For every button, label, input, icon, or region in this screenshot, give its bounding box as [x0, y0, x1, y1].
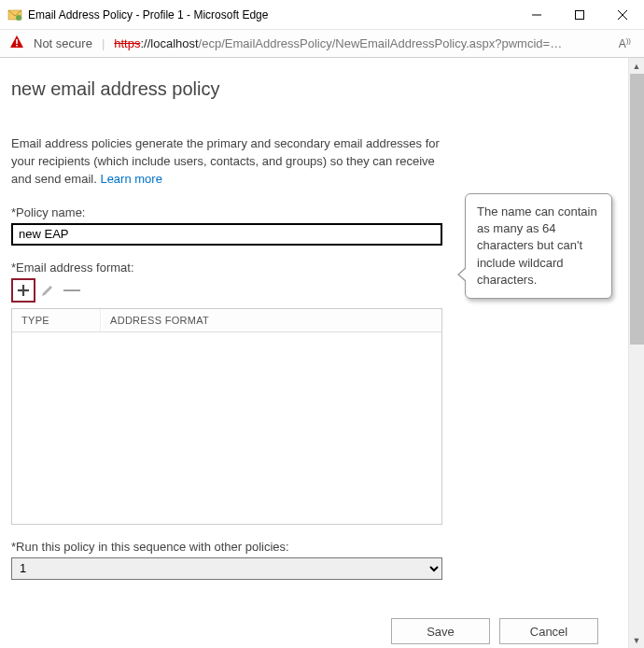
sequence-label: *Run this policy in this sequence with o…	[11, 540, 613, 554]
page-title: new email address policy	[11, 78, 613, 100]
security-warning-icon[interactable]	[9, 35, 24, 52]
email-format-section: *Email address format: — TYPE ADDRESS FO…	[11, 261, 613, 525]
policy-name-input[interactable]	[11, 223, 442, 246]
learn-more-link[interactable]: Learn more	[100, 172, 161, 186]
address-bar: Not secure | https://localhost/ecp/Email…	[0, 30, 644, 58]
window-title: Email Address Policy - Profile 1 - Micro…	[28, 8, 515, 21]
window-titlebar: Email Address Policy - Profile 1 - Micro…	[0, 0, 644, 30]
edit-button[interactable]	[35, 278, 60, 303]
policy-name-tooltip: The name can contain as many as 64 chara…	[465, 193, 612, 299]
page-content: new email address policy Email address p…	[0, 58, 628, 648]
url-display[interactable]: https://localhost/ecp/EmailAddressPolicy…	[114, 36, 605, 50]
column-type[interactable]: TYPE	[12, 309, 101, 331]
svg-rect-7	[16, 45, 18, 47]
minus-icon: —	[63, 280, 80, 300]
scroll-thumb[interactable]	[630, 74, 644, 345]
remove-button[interactable]: —	[60, 278, 84, 303]
sequence-section: *Run this policy in this sequence with o…	[11, 540, 613, 580]
minimize-button[interactable]	[515, 0, 558, 30]
scroll-down-arrow[interactable]: ▼	[629, 632, 644, 648]
save-button[interactable]: Save	[391, 618, 490, 644]
plus-icon	[16, 283, 31, 298]
intro-text: Email address policies generate the prim…	[11, 135, 450, 189]
read-aloud-icon[interactable]: A))	[615, 36, 635, 50]
app-icon	[7, 7, 22, 22]
pencil-icon	[40, 283, 55, 298]
scroll-up-arrow[interactable]: ▲	[629, 58, 644, 74]
close-button[interactable]	[601, 0, 644, 30]
window-controls	[515, 0, 644, 30]
maximize-button[interactable]	[558, 0, 601, 30]
svg-rect-6	[16, 39, 18, 44]
sequence-select[interactable]: 1	[11, 557, 442, 580]
svg-rect-3	[576, 10, 584, 19]
vertical-scrollbar[interactable]: ▲ ▼	[628, 58, 644, 648]
dialog-footer: Save Cancel	[391, 618, 598, 644]
add-button[interactable]	[11, 278, 35, 303]
cancel-button[interactable]: Cancel	[499, 618, 598, 644]
svg-point-1	[16, 15, 21, 21]
security-text[interactable]: Not secure	[34, 36, 92, 50]
column-format[interactable]: ADDRESS FORMAT	[101, 309, 441, 331]
grid-body[interactable]	[12, 332, 441, 524]
grid-header: TYPE ADDRESS FORMAT	[12, 309, 441, 332]
format-grid: TYPE ADDRESS FORMAT	[11, 308, 442, 525]
